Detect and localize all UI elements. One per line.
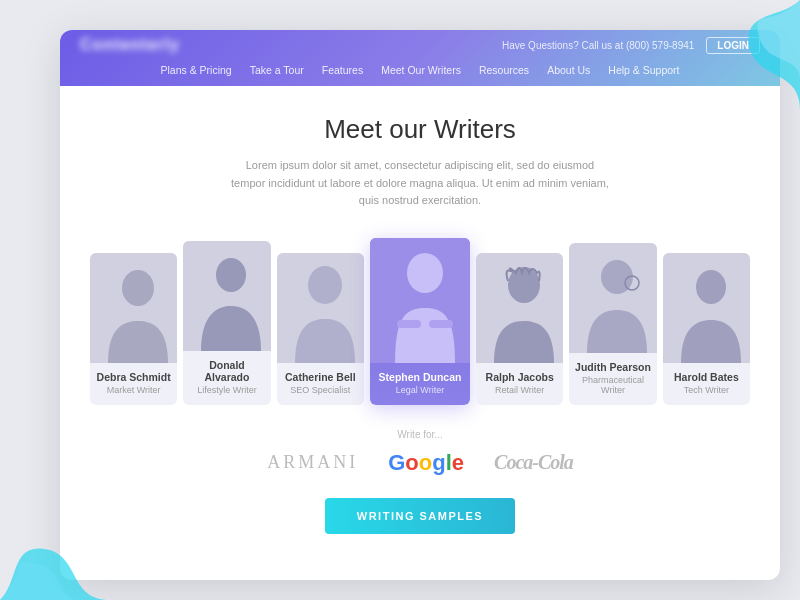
svg-point-1 [216,258,246,292]
main-window: Contenterly Have Questions? Call us at (… [60,30,780,580]
writer-role-ralph: Retail Writer [476,385,563,395]
nav-resources[interactable]: Resources [479,64,529,76]
writer-role-donald: Lifestyle Writer [183,385,270,395]
svg-rect-5 [429,320,453,328]
writer-name-donald: Donald Alvarado [183,359,270,383]
writer-photo-stephen [370,238,470,363]
writer-name-ralph: Ralph Jacobs [476,371,563,383]
svg-rect-4 [397,320,421,328]
writer-photo-catherine [277,253,364,363]
writer-role-catherine: SEO Specialist [277,385,364,395]
nav-plans[interactable]: Plans & Pricing [160,64,231,76]
questions-text: Have Questions? Call us at (800) 579-894… [502,40,694,51]
writer-photo-judith [569,243,656,353]
login-button[interactable]: LOGIN [706,37,760,54]
writer-photo-debra [90,253,177,363]
writers-grid: Debra Schmidt Market Writer Donald Alvar… [90,238,750,405]
brand-google: Google [388,450,464,476]
writer-card-catherine[interactable]: Catherine Bell SEO Specialist [277,253,364,405]
svg-point-2 [308,266,342,304]
svg-point-3 [407,253,443,293]
brands-section: Write for... ARMANI Google Coca-Cola [90,429,750,476]
cta-section: WRITING SAMPLES [90,498,750,534]
writer-role-harold: Tech Writer [663,385,750,395]
header-top: Contenterly Have Questions? Call us at (… [60,30,780,58]
writer-card-judith[interactable]: Judith Pearson Pharmaceutical Writer [569,243,656,405]
section-description: Lorem ipsum dolor sit amet, consectetur … [230,157,610,210]
writer-photo-harold [663,253,750,363]
writer-name-catherine: Catherine Bell [277,371,364,383]
svg-point-0 [122,270,154,306]
writer-name-stephen: Stephen Duncan [370,371,470,383]
writer-card-harold[interactable]: Harold Bates Tech Writer [663,253,750,405]
logo: Contenterly [80,36,180,54]
writer-photo-donald [183,241,270,351]
nav-writers[interactable]: Meet Our Writers [381,64,461,76]
writer-photo-ralph [476,253,563,363]
writer-role-judith: Pharmaceutical Writer [569,375,656,395]
section-title: Meet our Writers [90,114,750,145]
writer-card-debra[interactable]: Debra Schmidt Market Writer [90,253,177,405]
writer-card-stephen[interactable]: Stephen Duncan Legal Writer [370,238,470,405]
main-content: Meet our Writers Lorem ipsum dolor sit a… [60,86,780,554]
write-for-label: Write for... [90,429,750,440]
brand-armani: ARMANI [267,452,358,473]
brand-coca-cola: Coca-Cola [494,451,573,474]
writer-name-debra: Debra Schmidt [90,371,177,383]
writer-name-harold: Harold Bates [663,371,750,383]
nav-about[interactable]: About Us [547,64,590,76]
brands-row: ARMANI Google Coca-Cola [90,450,750,476]
writer-role-debra: Market Writer [90,385,177,395]
writing-samples-button[interactable]: WRITING SAMPLES [325,498,515,534]
nav-tour[interactable]: Take a Tour [250,64,304,76]
writer-name-judith: Judith Pearson [569,361,656,373]
writer-card-ralph[interactable]: Ralph Jacobs Retail Writer [476,253,563,405]
nav-help[interactable]: Help & Support [608,64,679,76]
nav-features[interactable]: Features [322,64,363,76]
writer-role-stephen: Legal Writer [370,385,470,395]
writer-card-donald[interactable]: Donald Alvarado Lifestyle Writer [183,241,270,405]
nav-bar: Plans & Pricing Take a Tour Features Mee… [60,58,780,86]
svg-point-9 [696,270,726,304]
header: Contenterly Have Questions? Call us at (… [60,30,780,86]
